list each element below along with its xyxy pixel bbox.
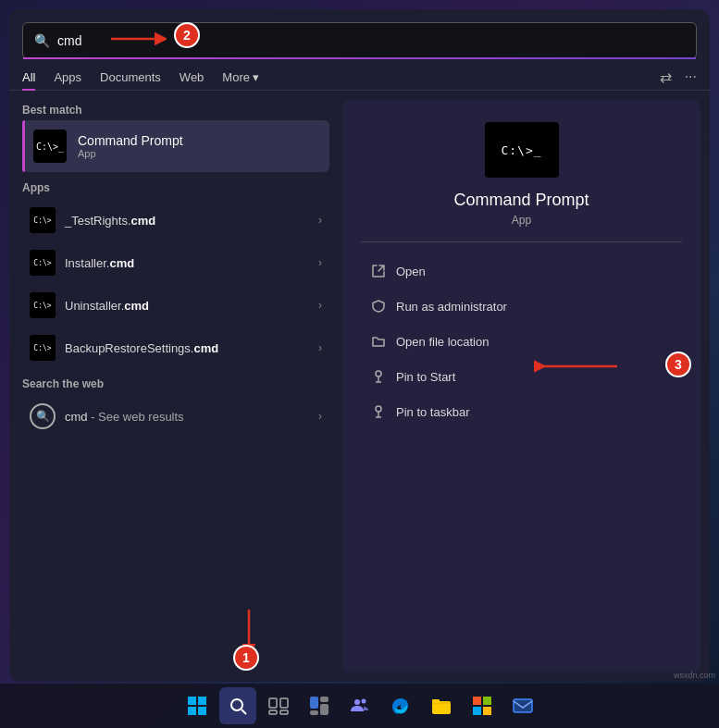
apps-section-label: Apps: [22, 181, 329, 194]
best-match-wrapper: C:\>_ Command Prompt App: [22, 120, 329, 172]
app-name-uninstaller: Uninstaller.cmd: [65, 299, 309, 313]
svg-rect-10: [280, 698, 288, 708]
chevron-right-icon: ›: [318, 256, 322, 269]
action-pin-start-label: Pin to Start: [396, 370, 455, 384]
apps-section: Apps C:\> _TestRights.cmd › C:\> Install…: [22, 181, 329, 368]
svg-point-7: [231, 699, 242, 710]
badge-2: 2: [174, 22, 200, 48]
app-icon-testcmd: C:\>: [30, 207, 56, 233]
web-section-label: Search the web: [22, 377, 329, 390]
folder-icon: [370, 333, 387, 350]
chevron-down-icon: ▾: [253, 70, 259, 84]
app-icon-installer: C:\>: [30, 250, 56, 276]
tab-documents[interactable]: Documents: [100, 65, 161, 90]
search-icon: 🔍: [34, 33, 50, 48]
tabs-actions: ⇄ ···: [660, 68, 697, 86]
chevron-right-web-icon: ›: [318, 410, 322, 423]
cmd-icon: C:\>_: [33, 130, 67, 163]
web-search-item[interactable]: 🔍 cmd - See web results ›: [22, 396, 329, 437]
action-open[interactable]: Open: [361, 255, 682, 287]
svg-rect-11: [269, 710, 277, 714]
tabs-bar: All Apps Documents Web More ▾ ⇄ ···: [9, 59, 710, 91]
chevron-right-icon: ›: [318, 341, 322, 354]
svg-rect-22: [483, 697, 491, 705]
svg-rect-4: [198, 697, 206, 705]
best-match-section: Best match C:\>_ Command Prompt App: [22, 104, 329, 172]
share-icon[interactable]: ⇄: [660, 68, 672, 86]
taskbar-edge-button[interactable]: [382, 687, 419, 724]
main-content: Best match C:\>_ Command Prompt App: [9, 91, 710, 682]
svg-line-8: [242, 709, 246, 714]
tab-all[interactable]: All: [22, 65, 35, 90]
app-preview-title: Command Prompt: [453, 191, 589, 210]
chevron-right-icon: ›: [318, 299, 322, 312]
svg-rect-25: [514, 699, 532, 712]
watermark: wsxdn.com: [674, 671, 715, 680]
svg-point-29: [376, 406, 381, 412]
app-preview-subtitle: App: [512, 214, 531, 227]
best-match-item[interactable]: C:\>_ Command Prompt App: [22, 120, 329, 172]
best-match-label: Best match: [22, 104, 329, 117]
arrow-2: [111, 30, 167, 52]
list-item[interactable]: C:\> BackupRestoreSettings.cmd ›: [22, 327, 329, 368]
taskbar-search-button[interactable]: [219, 687, 256, 724]
action-pin-taskbar-label: Pin to taskbar: [396, 405, 470, 419]
svg-rect-5: [188, 707, 196, 715]
list-item[interactable]: C:\> Installer.cmd ›: [22, 242, 329, 283]
taskbar-store-button[interactable]: [464, 687, 501, 724]
app-preview-icon: C:\>_: [485, 122, 559, 178]
taskbar-fileexplorer-button[interactable]: [423, 687, 460, 724]
taskbar-teams-button[interactable]: [341, 687, 378, 724]
taskbar-taskview-button[interactable]: [260, 687, 297, 724]
svg-rect-20: [432, 699, 440, 703]
action-open-location[interactable]: Open file location: [361, 326, 682, 357]
taskbar: [0, 684, 719, 728]
open-icon: [370, 263, 387, 279]
action-run-admin[interactable]: Run as administrator: [361, 290, 682, 322]
best-match-subtitle: App: [78, 148, 183, 159]
svg-rect-9: [269, 698, 277, 708]
svg-rect-16: [320, 704, 329, 715]
start-menu: 🔍 All Apps Documents Web More ▾ ⇄ ··· Be…: [9, 9, 710, 682]
action-open-location-label: Open file location: [396, 335, 489, 349]
app-name-testcmd: _TestRights.cmd: [65, 214, 309, 228]
svg-rect-13: [310, 697, 318, 709]
chevron-right-icon: ›: [318, 214, 322, 227]
svg-point-26: [376, 371, 381, 376]
pin-taskbar-icon: [370, 403, 387, 420]
svg-rect-24: [483, 707, 491, 715]
action-run-admin-label: Run as administrator: [396, 300, 507, 314]
arrow-3: [534, 357, 617, 379]
list-item[interactable]: C:\> _TestRights.cmd ›: [22, 200, 329, 241]
action-pin-taskbar[interactable]: Pin to taskbar: [361, 396, 682, 427]
list-item[interactable]: C:\> Uninstaller.cmd ›: [22, 285, 329, 326]
svg-rect-3: [188, 697, 196, 705]
action-pin-start[interactable]: Pin to Start: [361, 361, 682, 392]
more-options-icon[interactable]: ···: [685, 68, 697, 86]
taskbar-start-button[interactable]: [179, 687, 216, 724]
tab-more[interactable]: More ▾: [222, 65, 259, 90]
shield-icon: [370, 298, 387, 315]
pin-start-icon: [370, 368, 387, 385]
tab-apps[interactable]: Apps: [54, 65, 81, 90]
web-search-icon: 🔍: [30, 403, 56, 429]
badge-3: 3: [665, 352, 691, 377]
left-panel: Best match C:\>_ Command Prompt App: [9, 91, 342, 682]
action-open-label: Open: [396, 265, 426, 278]
action-list: Open Run as administrator: [361, 255, 682, 427]
svg-rect-14: [320, 697, 329, 702]
svg-rect-6: [198, 707, 206, 715]
divider: [361, 241, 682, 242]
web-search-text: cmd - See web results: [65, 410, 309, 424]
svg-rect-21: [473, 697, 481, 705]
tab-web[interactable]: Web: [180, 65, 205, 90]
svg-point-17: [354, 699, 360, 705]
svg-rect-12: [280, 710, 288, 714]
taskbar-widgets-button[interactable]: [301, 687, 338, 724]
taskbar-mail-button[interactable]: [504, 687, 541, 724]
app-icon-backuprestore: C:\>: [30, 335, 56, 361]
svg-point-18: [361, 699, 366, 704]
best-match-title: Command Prompt: [78, 133, 183, 148]
app-name-installer: Installer.cmd: [65, 256, 309, 270]
svg-rect-23: [473, 707, 481, 715]
